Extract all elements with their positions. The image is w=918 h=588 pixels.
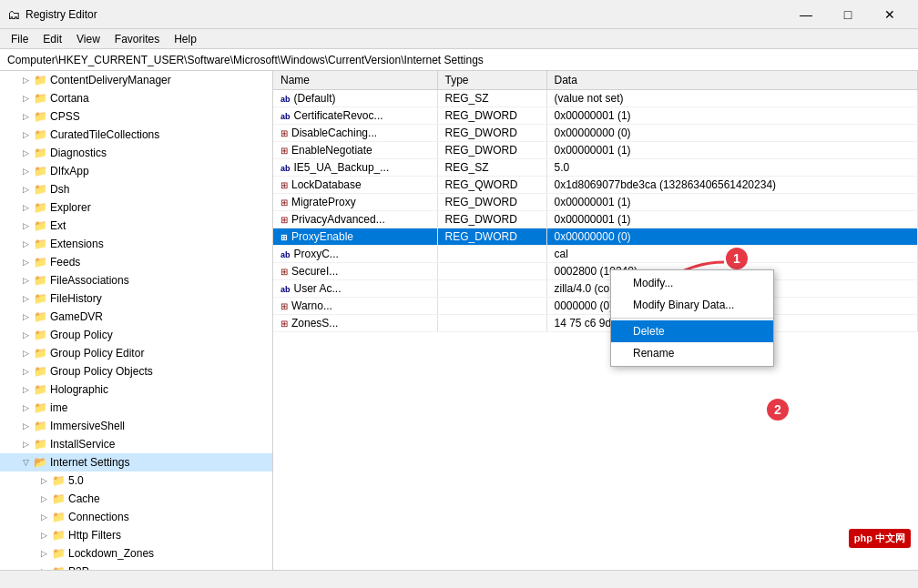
expand-icon[interactable]: ▷ — [18, 364, 33, 379]
menu-help[interactable]: Help — [167, 31, 204, 47]
tree-label: Cortana — [50, 92, 89, 105]
tree-item[interactable]: ▷ 📁 CPSS — [0, 107, 272, 126]
menu-favorites[interactable]: Favorites — [107, 31, 167, 47]
tree-item[interactable]: ▷ 📁 5.0 — [0, 471, 272, 490]
reg-data: 0x00000001 (1) — [546, 194, 918, 211]
expand-icon[interactable]: ▷ — [18, 127, 33, 142]
col-type[interactable]: Type — [437, 71, 546, 90]
tree-item[interactable]: ▷ 📁 Group Policy Objects — [0, 362, 272, 380]
expand-icon[interactable]: ▷ — [18, 146, 33, 160]
menu-edit[interactable]: Edit — [36, 31, 69, 47]
type-icon-ab: ab — [280, 250, 291, 259]
expand-icon[interactable]: ▷ — [36, 510, 51, 524]
tree-item[interactable]: ▷ 📁 Cache — [0, 490, 272, 508]
tree-label: P3P — [68, 565, 89, 570]
type-icon-ab: ab — [280, 112, 291, 121]
expand-icon[interactable]: ▷ — [18, 437, 33, 451]
expand-icon[interactable]: ▷ — [18, 109, 33, 124]
expand-icon[interactable]: ▷ — [18, 346, 33, 360]
expand-icon[interactable]: ▷ — [18, 255, 33, 269]
tree-item[interactable]: ▷ 📁 Feeds — [0, 253, 272, 271]
context-menu-modify[interactable]: Modify... — [611, 272, 773, 294]
expand-icon[interactable]: ▷ — [36, 564, 51, 570]
expand-icon[interactable]: ▷ — [18, 273, 33, 288]
type-icon-ab: ab — [280, 285, 291, 294]
table-row[interactable]: abCertificateRevoc... REG_DWORD 0x000000… — [273, 107, 918, 125]
expand-icon[interactable]: ▷ — [18, 291, 33, 306]
expand-icon[interactable]: ▷ — [18, 309, 33, 324]
context-menu-delete[interactable]: Delete — [611, 320, 773, 342]
context-menu-rename[interactable]: Rename — [611, 342, 773, 364]
tree-item[interactable]: ▷ 📁 CuratedTileCollections — [0, 126, 272, 144]
table-row[interactable]: ab(Default) REG_SZ (value not set) — [273, 90, 918, 107]
expand-icon[interactable]: ▷ — [36, 546, 51, 561]
expand-icon[interactable]: ▷ — [36, 492, 51, 506]
tree-item-internet-settings[interactable]: ▽ 📂 Internet Settings — [0, 453, 272, 471]
status-bar — [0, 570, 918, 588]
table-row[interactable]: ⊞PrivacyAdvanced... REG_DWORD 0x00000001… — [273, 211, 918, 228]
tree-item[interactable]: ▷ 📁 Ext — [0, 217, 272, 235]
tree-label: Http Filters — [68, 529, 121, 542]
expand-icon[interactable]: ▷ — [36, 528, 51, 542]
tree-item[interactable]: ▷ 📁 FileHistory — [0, 289, 272, 308]
table-row[interactable]: ⊞MigrateProxy REG_DWORD 0x00000001 (1) — [273, 194, 918, 211]
tree-item[interactable]: ▷ 📁 Http Filters — [0, 526, 272, 544]
expand-icon[interactable]: ▷ — [18, 382, 33, 397]
expand-icon[interactable]: ▷ — [18, 400, 33, 415]
tree-item[interactable]: ▷ 📁 P3P — [0, 563, 272, 570]
maximize-button[interactable]: □ — [827, 0, 869, 29]
table-row[interactable]: ⊞EnableNegotiate REG_DWORD 0x00000001 (1… — [273, 142, 918, 159]
tree-item[interactable]: ▷ 📁 Lockdown_Zones — [0, 544, 272, 563]
tree-item[interactable]: ▷ 📁 ImmersiveShell — [0, 417, 272, 435]
tree-item[interactable]: ▷ 📁 Cortana — [0, 89, 272, 107]
php-watermark: php 中文网 — [849, 529, 911, 548]
expand-icon[interactable]: ▷ — [18, 73, 33, 87]
expand-icon[interactable]: ▷ — [18, 200, 33, 215]
menu-file[interactable]: File — [4, 31, 36, 47]
tree-item[interactable]: ▷ 📁 Group Policy — [0, 326, 272, 344]
expand-icon[interactable]: ▷ — [18, 91, 33, 106]
expand-icon[interactable]: ▷ — [18, 419, 33, 433]
tree-item[interactable]: ▷ 📁 Connections — [0, 508, 272, 526]
tree-item[interactable]: ▷ 📁 ContentDeliveryManager — [0, 71, 272, 89]
expand-icon[interactable]: ▷ — [18, 328, 33, 342]
reg-name: LockDatabase — [291, 178, 362, 191]
tree-item[interactable]: ▷ 📁 DIfxApp — [0, 162, 272, 180]
tree-panel[interactable]: ▷ 📁 ContentDeliveryManager ▷ 📁 Cortana ▷… — [0, 71, 273, 570]
tree-item[interactable]: ▷ 📁 GameDVR — [0, 308, 272, 326]
folder-icon: 📁 — [33, 346, 47, 360]
table-row-proxy-enable[interactable]: ⊞ProxyEnable REG_DWORD 0x00000000 (0) — [273, 228, 918, 246]
title-bar: 🗂 Registry Editor — □ ✕ — [0, 0, 918, 29]
table-row[interactable]: abProxyC... cal — [273, 246, 918, 263]
tree-item[interactable]: ▷ 📁 FileAssociations — [0, 271, 272, 289]
folder-icon: 📁 — [33, 164, 47, 178]
expand-icon[interactable]: ▷ — [18, 182, 33, 197]
minimize-button[interactable]: — — [785, 0, 827, 29]
table-row[interactable]: ⊞ZonesS... 14 75 c6 9d aa d7 01 — [273, 315, 918, 332]
tree-item[interactable]: ▷ 📁 InstallService — [0, 435, 272, 453]
tree-item[interactable]: ▷ 📁 Dsh — [0, 180, 272, 198]
tree-item[interactable]: ▷ 📁 Holographic — [0, 380, 272, 399]
expand-icon[interactable]: ▷ — [18, 164, 33, 178]
col-data[interactable]: Data — [546, 71, 918, 90]
col-name[interactable]: Name — [273, 71, 437, 90]
tree-item[interactable]: ▷ 📁 Diagnostics — [0, 144, 272, 162]
table-row[interactable]: ⊞SecureI... 0002800 (10240) — [273, 263, 918, 280]
expand-icon[interactable]: ▷ — [18, 218, 33, 233]
expand-icon[interactable]: ▷ — [18, 237, 33, 251]
close-button[interactable]: ✕ — [869, 0, 911, 29]
table-row[interactable]: abUser Ac... zilla/4.0 (compatible; MSIE… — [273, 280, 918, 298]
table-row[interactable]: ⊞DisableCaching... REG_DWORD 0x00000000 … — [273, 125, 918, 142]
table-row[interactable]: ⊞LockDatabase REG_QWORD 0x1d8069077bde3c… — [273, 177, 918, 194]
tree-item[interactable]: ▷ 📁 ime — [0, 399, 272, 417]
table-row[interactable]: ⊞Warno... 0000000 (0) — [273, 298, 918, 315]
tree-label: Holographic — [50, 383, 108, 396]
expand-icon[interactable]: ▷ — [36, 473, 51, 488]
menu-view[interactable]: View — [69, 31, 107, 47]
tree-item[interactable]: ▷ 📁 Explorer — [0, 198, 272, 217]
expand-icon[interactable]: ▽ — [18, 455, 33, 470]
tree-item[interactable]: ▷ 📁 Group Policy Editor — [0, 344, 272, 362]
context-menu-modify-binary[interactable]: Modify Binary Data... — [611, 294, 773, 316]
tree-item[interactable]: ▷ 📁 Extensions — [0, 235, 272, 253]
table-row[interactable]: abIE5_UA_Backup_... REG_SZ 5.0 — [273, 159, 918, 177]
